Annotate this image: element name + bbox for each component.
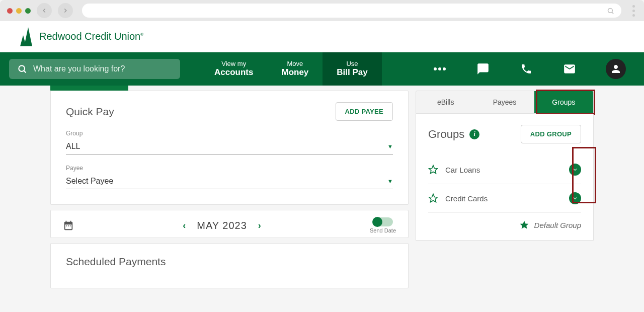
star-outline-icon[interactable]	[428, 165, 438, 175]
nav-label-top: View my	[221, 60, 246, 67]
side-tabs: eBills Payees Groups	[416, 91, 594, 114]
site-logo[interactable]: Redwood Credit Union®	[19, 26, 143, 47]
logo-bar: Redwood Credit Union®	[0, 21, 644, 52]
star-filled-icon	[519, 220, 529, 230]
chat-icon[interactable]	[476, 62, 490, 76]
payee-select[interactable]: Select Payee ▼	[66, 175, 393, 189]
svg-marker-3	[20, 35, 26, 46]
minimize-window[interactable]	[16, 8, 22, 14]
browser-menu[interactable]	[630, 5, 637, 17]
nav-label-bot: Money	[281, 67, 308, 77]
site-search-input[interactable]	[33, 64, 172, 73]
groups-panel: Groups i ADD GROUP Car Loans Credit Card…	[416, 114, 594, 241]
svg-point-0	[608, 8, 613, 13]
scheduled-payments-card: Scheduled Payments	[50, 243, 409, 288]
groups-title: Groups	[428, 128, 464, 141]
chevron-down-icon: ▼	[387, 178, 393, 184]
phone-icon[interactable]	[519, 62, 533, 76]
nav-label-top: Use	[346, 60, 358, 67]
svg-line-5	[24, 71, 26, 73]
month-bar: ‹ MAY 2023 › Send Date	[50, 210, 409, 238]
window-controls	[7, 8, 31, 14]
svg-marker-10	[429, 194, 438, 202]
svg-point-4	[19, 65, 25, 71]
search-icon	[607, 7, 614, 15]
chevron-down-icon: ▼	[387, 143, 393, 149]
mail-icon[interactable]	[562, 62, 577, 76]
tab-ebills[interactable]: eBills	[416, 91, 475, 113]
logo-text: Redwood Credit Union®	[39, 31, 143, 42]
prev-month[interactable]: ‹	[183, 220, 186, 231]
profile-avatar[interactable]	[606, 59, 626, 79]
maximize-window[interactable]	[25, 8, 31, 14]
add-payee-button[interactable]: ADD PAYEE	[336, 102, 393, 121]
group-select[interactable]: ALL ▼	[66, 140, 393, 154]
tab-groups[interactable]: Groups	[534, 91, 593, 113]
nav-label-bot: Accounts	[214, 67, 253, 77]
close-window[interactable]	[7, 8, 13, 14]
group-row: Credit Cards	[428, 184, 581, 213]
quick-pay-card: Quick Pay ADD PAYEE Group ALL ▼ Payee Se…	[50, 91, 409, 205]
logo-icon	[19, 26, 34, 47]
nav-money[interactable]: Move Money	[267, 52, 323, 86]
default-group-label: Default Group	[534, 221, 581, 229]
nav-billpay[interactable]: Use Bill Pay	[323, 52, 381, 86]
site-search[interactable]	[9, 59, 180, 79]
svg-line-1	[612, 12, 613, 14]
tab-payees[interactable]: Payees	[475, 91, 534, 113]
more-icon[interactable]	[433, 62, 447, 76]
nav-label-top: Move	[287, 60, 303, 67]
browser-chrome	[0, 0, 644, 21]
group-label: Group	[66, 130, 393, 137]
nav-label-bot: Bill Pay	[337, 67, 367, 77]
group-name[interactable]: Car Loans	[445, 166, 569, 174]
expand-group[interactable]	[569, 164, 581, 176]
star-outline-icon[interactable]	[428, 193, 438, 203]
svg-marker-9	[429, 166, 438, 174]
svg-point-7	[438, 67, 441, 70]
expand-group[interactable]	[569, 192, 581, 204]
active-subtab-indicator	[50, 86, 128, 91]
forward-button[interactable]	[58, 3, 73, 18]
add-group-button[interactable]: ADD GROUP	[521, 125, 581, 143]
current-month: MAY 2023	[197, 220, 247, 231]
group-row: Car Loans	[428, 155, 581, 184]
payee-label: Payee	[66, 165, 393, 172]
svg-point-6	[434, 67, 437, 70]
group-value: ALL	[66, 142, 80, 151]
back-button[interactable]	[37, 3, 52, 18]
payee-value: Select Payee	[66, 177, 113, 186]
svg-marker-11	[520, 221, 528, 229]
group-name[interactable]: Credit Cards	[445, 194, 569, 203]
nav-accounts[interactable]: View my Accounts	[200, 52, 267, 86]
info-icon[interactable]: i	[469, 129, 479, 139]
quick-pay-title: Quick Pay	[66, 106, 114, 118]
send-date-toggle[interactable]	[373, 217, 393, 226]
svg-point-8	[443, 67, 446, 70]
search-icon	[17, 64, 27, 74]
calendar-icon[interactable]	[63, 220, 74, 231]
send-date-label: Send Date	[370, 227, 396, 233]
url-bar[interactable]	[82, 4, 621, 18]
main-nav: View my Accounts Move Money Use Bill Pay	[0, 52, 644, 86]
scheduled-title: Scheduled Payments	[66, 256, 393, 268]
next-month[interactable]: ›	[258, 220, 261, 231]
